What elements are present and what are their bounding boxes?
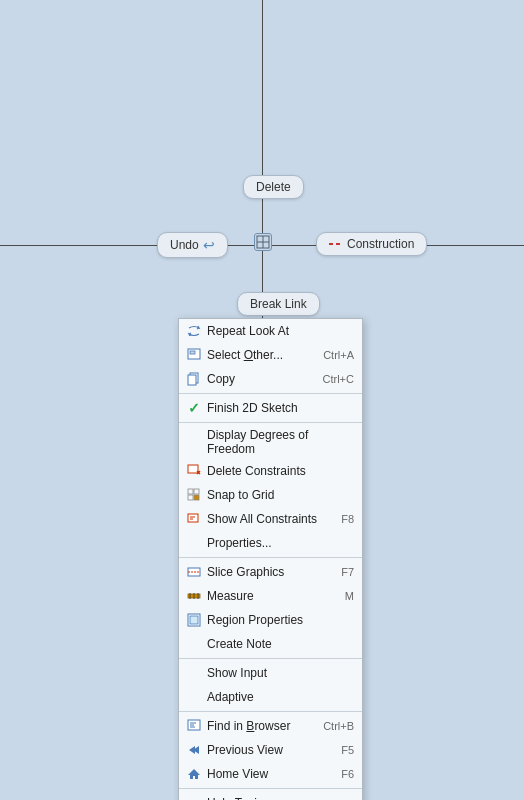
home-view-label: Home View xyxy=(207,767,333,781)
menu-item-home-view[interactable]: Home View F6 xyxy=(179,762,362,786)
show-input-label: Show Input xyxy=(207,666,354,680)
properties-label: Properties... xyxy=(207,536,354,550)
undo-button[interactable]: Undo ↩ xyxy=(157,232,228,258)
svg-rect-11 xyxy=(194,489,199,494)
show-constraints-icon xyxy=(185,510,203,528)
snap-to-grid-label: Snap to Grid xyxy=(207,488,354,502)
adaptive-label: Adaptive xyxy=(207,690,354,704)
find-in-browser-label: Find in Browser xyxy=(207,719,315,733)
finish-sketch-icon: ✓ xyxy=(185,399,203,417)
construction-label: Construction xyxy=(347,237,414,251)
delete-label: Delete xyxy=(256,180,291,194)
menu-item-region-properties[interactable]: Region Properties xyxy=(179,608,362,632)
repeat-icon xyxy=(185,322,203,340)
menu-item-measure[interactable]: Measure M xyxy=(179,584,362,608)
construction-button[interactable]: Construction xyxy=(316,232,427,256)
menu-item-select-other[interactable]: Select Other... Ctrl+A xyxy=(179,343,362,367)
svg-rect-4 xyxy=(190,351,195,354)
svg-rect-10 xyxy=(188,489,193,494)
delete-constraints-icon xyxy=(185,462,203,480)
snap-to-grid-icon xyxy=(185,486,203,504)
svg-rect-12 xyxy=(188,495,193,500)
region-properties-label: Region Properties xyxy=(207,613,354,627)
menu-item-display-dof[interactable]: Display Degrees of Freedom xyxy=(179,425,362,459)
show-input-icon xyxy=(185,664,203,682)
svg-rect-13 xyxy=(194,495,199,500)
previous-view-icon xyxy=(185,741,203,759)
finish-sketch-label: Finish 2D Sketch xyxy=(207,401,354,415)
home-view-icon xyxy=(185,765,203,783)
menu-item-slice-graphics[interactable]: Slice Graphics F7 xyxy=(179,560,362,584)
show-constraints-label: Show All Constraints xyxy=(207,512,333,526)
find-in-browser-shortcut: Ctrl+B xyxy=(323,720,354,732)
slice-graphics-icon xyxy=(185,563,203,581)
undo-label: Undo xyxy=(170,238,199,252)
svg-rect-6 xyxy=(188,375,196,385)
context-menu: Repeat Look At Select Other... Ctrl+A Co… xyxy=(178,318,363,800)
svg-marker-31 xyxy=(188,769,200,779)
menu-item-create-note[interactable]: Create Note xyxy=(179,632,362,656)
menu-item-copy[interactable]: Copy Ctrl+C xyxy=(179,367,362,391)
find-in-browser-icon xyxy=(185,717,203,735)
svg-marker-30 xyxy=(189,746,195,754)
menu-item-adaptive[interactable]: Adaptive xyxy=(179,685,362,709)
properties-icon xyxy=(185,534,203,552)
separator-3 xyxy=(179,557,362,558)
construction-icon xyxy=(329,243,341,245)
select-other-icon xyxy=(185,346,203,364)
separator-2 xyxy=(179,422,362,423)
previous-view-label: Previous View xyxy=(207,743,333,757)
slice-graphics-shortcut: F7 xyxy=(341,566,354,578)
adaptive-icon xyxy=(185,688,203,706)
menu-item-properties[interactable]: Properties... xyxy=(179,531,362,555)
measure-icon xyxy=(185,587,203,605)
show-constraints-shortcut: F8 xyxy=(341,513,354,525)
delete-constraints-label: Delete Constraints xyxy=(207,464,354,478)
previous-view-shortcut: F5 xyxy=(341,744,354,756)
display-dof-label: Display Degrees of Freedom xyxy=(207,428,354,456)
undo-icon: ↩ xyxy=(203,237,215,253)
separator-6 xyxy=(179,788,362,789)
menu-item-find-in-browser[interactable]: Find in Browser Ctrl+B xyxy=(179,714,362,738)
menu-item-delete-constraints[interactable]: Delete Constraints xyxy=(179,459,362,483)
select-other-label: Select Other... xyxy=(207,348,315,362)
separator-4 xyxy=(179,658,362,659)
home-view-shortcut: F6 xyxy=(341,768,354,780)
repeat-look-at-label: Repeat Look At xyxy=(207,324,354,338)
break-link-label: Break Link xyxy=(250,297,307,311)
menu-item-snap-to-grid[interactable]: Snap to Grid xyxy=(179,483,362,507)
region-properties-icon xyxy=(185,611,203,629)
menu-item-show-constraints[interactable]: Show All Constraints F8 xyxy=(179,507,362,531)
copy-shortcut: Ctrl+C xyxy=(323,373,354,385)
menu-item-help-topics[interactable]: Help Topics... xyxy=(179,791,362,800)
copy-icon xyxy=(185,370,203,388)
sketch-icon xyxy=(254,233,272,251)
menu-item-repeat-look-at[interactable]: Repeat Look At xyxy=(179,319,362,343)
separator-5 xyxy=(179,711,362,712)
help-topics-label: Help Topics... xyxy=(207,796,354,800)
copy-label: Copy xyxy=(207,372,315,386)
slice-graphics-label: Slice Graphics xyxy=(207,565,333,579)
help-topics-icon xyxy=(185,794,203,800)
display-dof-icon xyxy=(185,433,203,451)
create-note-icon xyxy=(185,635,203,653)
menu-item-previous-view[interactable]: Previous View F5 xyxy=(179,738,362,762)
menu-item-finish-sketch[interactable]: ✓ Finish 2D Sketch xyxy=(179,396,362,420)
delete-button[interactable]: Delete xyxy=(243,175,304,199)
svg-rect-14 xyxy=(188,514,198,522)
select-other-shortcut: Ctrl+A xyxy=(323,349,354,361)
create-note-label: Create Note xyxy=(207,637,354,651)
measure-label: Measure xyxy=(207,589,337,603)
measure-shortcut: M xyxy=(345,590,354,602)
menu-item-show-input[interactable]: Show Input xyxy=(179,661,362,685)
svg-rect-24 xyxy=(190,616,198,624)
svg-rect-7 xyxy=(188,465,198,473)
break-link-button[interactable]: Break Link xyxy=(237,292,320,316)
separator-1 xyxy=(179,393,362,394)
